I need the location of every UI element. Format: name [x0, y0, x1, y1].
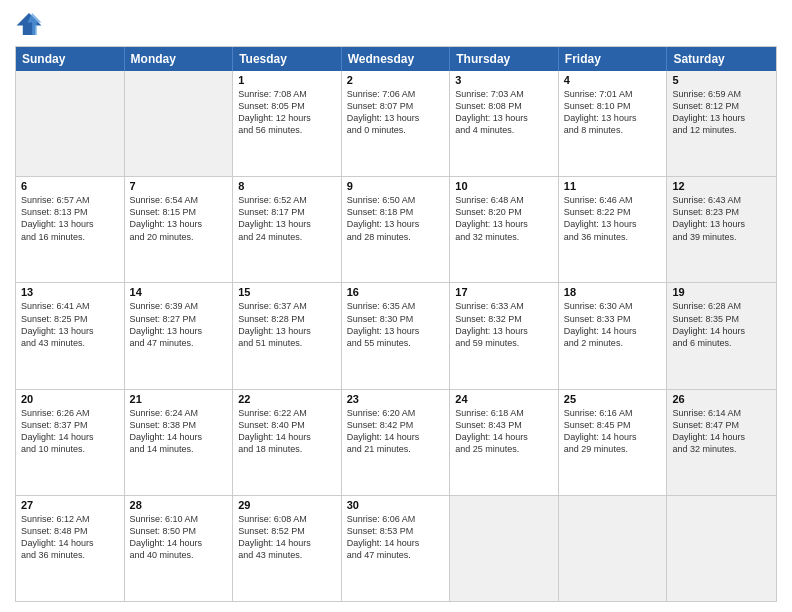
day-info: Sunrise: 6:46 AM Sunset: 8:22 PM Dayligh…	[564, 194, 662, 243]
day-info: Sunrise: 6:35 AM Sunset: 8:30 PM Dayligh…	[347, 300, 445, 349]
day-number: 5	[672, 74, 771, 86]
day-cell-6: 6Sunrise: 6:57 AM Sunset: 8:13 PM Daylig…	[16, 177, 125, 282]
day-info: Sunrise: 6:48 AM Sunset: 8:20 PM Dayligh…	[455, 194, 553, 243]
day-info: Sunrise: 6:37 AM Sunset: 8:28 PM Dayligh…	[238, 300, 336, 349]
day-info: Sunrise: 6:16 AM Sunset: 8:45 PM Dayligh…	[564, 407, 662, 456]
weekday-header-sunday: Sunday	[16, 47, 125, 71]
day-number: 15	[238, 286, 336, 298]
day-number: 18	[564, 286, 662, 298]
calendar-row-4: 27Sunrise: 6:12 AM Sunset: 8:48 PM Dayli…	[16, 496, 776, 601]
day-number: 22	[238, 393, 336, 405]
day-number: 12	[672, 180, 771, 192]
day-cell-29: 29Sunrise: 6:08 AM Sunset: 8:52 PM Dayli…	[233, 496, 342, 601]
day-info: Sunrise: 6:24 AM Sunset: 8:38 PM Dayligh…	[130, 407, 228, 456]
logo-icon	[15, 10, 43, 38]
day-number: 10	[455, 180, 553, 192]
calendar-row-1: 6Sunrise: 6:57 AM Sunset: 8:13 PM Daylig…	[16, 177, 776, 283]
calendar: SundayMondayTuesdayWednesdayThursdayFrid…	[15, 46, 777, 602]
day-info: Sunrise: 7:01 AM Sunset: 8:10 PM Dayligh…	[564, 88, 662, 137]
day-info: Sunrise: 6:41 AM Sunset: 8:25 PM Dayligh…	[21, 300, 119, 349]
day-cell-11: 11Sunrise: 6:46 AM Sunset: 8:22 PM Dayli…	[559, 177, 668, 282]
day-cell-10: 10Sunrise: 6:48 AM Sunset: 8:20 PM Dayli…	[450, 177, 559, 282]
day-cell-14: 14Sunrise: 6:39 AM Sunset: 8:27 PM Dayli…	[125, 283, 234, 388]
day-cell-7: 7Sunrise: 6:54 AM Sunset: 8:15 PM Daylig…	[125, 177, 234, 282]
day-cell-2: 2Sunrise: 7:06 AM Sunset: 8:07 PM Daylig…	[342, 71, 451, 176]
day-number: 4	[564, 74, 662, 86]
day-number: 28	[130, 499, 228, 511]
day-info: Sunrise: 6:22 AM Sunset: 8:40 PM Dayligh…	[238, 407, 336, 456]
day-cell-28: 28Sunrise: 6:10 AM Sunset: 8:50 PM Dayli…	[125, 496, 234, 601]
day-info: Sunrise: 6:30 AM Sunset: 8:33 PM Dayligh…	[564, 300, 662, 349]
weekday-header-friday: Friday	[559, 47, 668, 71]
weekday-header-tuesday: Tuesday	[233, 47, 342, 71]
day-cell-13: 13Sunrise: 6:41 AM Sunset: 8:25 PM Dayli…	[16, 283, 125, 388]
weekday-header-thursday: Thursday	[450, 47, 559, 71]
day-number: 26	[672, 393, 771, 405]
calendar-row-3: 20Sunrise: 6:26 AM Sunset: 8:37 PM Dayli…	[16, 390, 776, 496]
weekday-header-saturday: Saturday	[667, 47, 776, 71]
day-cell-19: 19Sunrise: 6:28 AM Sunset: 8:35 PM Dayli…	[667, 283, 776, 388]
day-info: Sunrise: 6:33 AM Sunset: 8:32 PM Dayligh…	[455, 300, 553, 349]
weekday-header-monday: Monday	[125, 47, 234, 71]
day-info: Sunrise: 6:57 AM Sunset: 8:13 PM Dayligh…	[21, 194, 119, 243]
day-cell-1: 1Sunrise: 7:08 AM Sunset: 8:05 PM Daylig…	[233, 71, 342, 176]
day-number: 14	[130, 286, 228, 298]
day-number: 27	[21, 499, 119, 511]
day-cell-24: 24Sunrise: 6:18 AM Sunset: 8:43 PM Dayli…	[450, 390, 559, 495]
day-info: Sunrise: 6:20 AM Sunset: 8:42 PM Dayligh…	[347, 407, 445, 456]
day-info: Sunrise: 6:54 AM Sunset: 8:15 PM Dayligh…	[130, 194, 228, 243]
empty-cell-0-1	[125, 71, 234, 176]
day-info: Sunrise: 6:12 AM Sunset: 8:48 PM Dayligh…	[21, 513, 119, 562]
calendar-row-2: 13Sunrise: 6:41 AM Sunset: 8:25 PM Dayli…	[16, 283, 776, 389]
empty-cell-0-0	[16, 71, 125, 176]
day-cell-5: 5Sunrise: 6:59 AM Sunset: 8:12 PM Daylig…	[667, 71, 776, 176]
day-cell-30: 30Sunrise: 6:06 AM Sunset: 8:53 PM Dayli…	[342, 496, 451, 601]
day-info: Sunrise: 6:18 AM Sunset: 8:43 PM Dayligh…	[455, 407, 553, 456]
empty-cell-4-4	[450, 496, 559, 601]
day-cell-4: 4Sunrise: 7:01 AM Sunset: 8:10 PM Daylig…	[559, 71, 668, 176]
day-info: Sunrise: 7:06 AM Sunset: 8:07 PM Dayligh…	[347, 88, 445, 137]
day-info: Sunrise: 6:06 AM Sunset: 8:53 PM Dayligh…	[347, 513, 445, 562]
header	[15, 10, 777, 38]
svg-marker-0	[17, 13, 42, 35]
day-number: 1	[238, 74, 336, 86]
day-number: 24	[455, 393, 553, 405]
day-info: Sunrise: 6:43 AM Sunset: 8:23 PM Dayligh…	[672, 194, 771, 243]
day-cell-26: 26Sunrise: 6:14 AM Sunset: 8:47 PM Dayli…	[667, 390, 776, 495]
empty-cell-4-5	[559, 496, 668, 601]
day-number: 21	[130, 393, 228, 405]
day-cell-20: 20Sunrise: 6:26 AM Sunset: 8:37 PM Dayli…	[16, 390, 125, 495]
day-cell-17: 17Sunrise: 6:33 AM Sunset: 8:32 PM Dayli…	[450, 283, 559, 388]
day-info: Sunrise: 6:52 AM Sunset: 8:17 PM Dayligh…	[238, 194, 336, 243]
empty-cell-4-6	[667, 496, 776, 601]
day-info: Sunrise: 6:28 AM Sunset: 8:35 PM Dayligh…	[672, 300, 771, 349]
calendar-body: 1Sunrise: 7:08 AM Sunset: 8:05 PM Daylig…	[16, 71, 776, 601]
day-cell-21: 21Sunrise: 6:24 AM Sunset: 8:38 PM Dayli…	[125, 390, 234, 495]
day-cell-27: 27Sunrise: 6:12 AM Sunset: 8:48 PM Dayli…	[16, 496, 125, 601]
day-number: 2	[347, 74, 445, 86]
day-number: 13	[21, 286, 119, 298]
calendar-header: SundayMondayTuesdayWednesdayThursdayFrid…	[16, 47, 776, 71]
day-cell-18: 18Sunrise: 6:30 AM Sunset: 8:33 PM Dayli…	[559, 283, 668, 388]
day-info: Sunrise: 6:14 AM Sunset: 8:47 PM Dayligh…	[672, 407, 771, 456]
day-info: Sunrise: 6:59 AM Sunset: 8:12 PM Dayligh…	[672, 88, 771, 137]
day-number: 19	[672, 286, 771, 298]
day-cell-16: 16Sunrise: 6:35 AM Sunset: 8:30 PM Dayli…	[342, 283, 451, 388]
day-number: 11	[564, 180, 662, 192]
day-cell-23: 23Sunrise: 6:20 AM Sunset: 8:42 PM Dayli…	[342, 390, 451, 495]
calendar-row-0: 1Sunrise: 7:08 AM Sunset: 8:05 PM Daylig…	[16, 71, 776, 177]
day-number: 8	[238, 180, 336, 192]
day-number: 25	[564, 393, 662, 405]
day-number: 3	[455, 74, 553, 86]
logo	[15, 10, 47, 38]
day-cell-9: 9Sunrise: 6:50 AM Sunset: 8:18 PM Daylig…	[342, 177, 451, 282]
page: SundayMondayTuesdayWednesdayThursdayFrid…	[0, 0, 792, 612]
day-cell-25: 25Sunrise: 6:16 AM Sunset: 8:45 PM Dayli…	[559, 390, 668, 495]
day-cell-15: 15Sunrise: 6:37 AM Sunset: 8:28 PM Dayli…	[233, 283, 342, 388]
weekday-header-wednesday: Wednesday	[342, 47, 451, 71]
day-info: Sunrise: 6:08 AM Sunset: 8:52 PM Dayligh…	[238, 513, 336, 562]
day-number: 7	[130, 180, 228, 192]
day-info: Sunrise: 7:08 AM Sunset: 8:05 PM Dayligh…	[238, 88, 336, 137]
day-number: 30	[347, 499, 445, 511]
day-info: Sunrise: 6:50 AM Sunset: 8:18 PM Dayligh…	[347, 194, 445, 243]
